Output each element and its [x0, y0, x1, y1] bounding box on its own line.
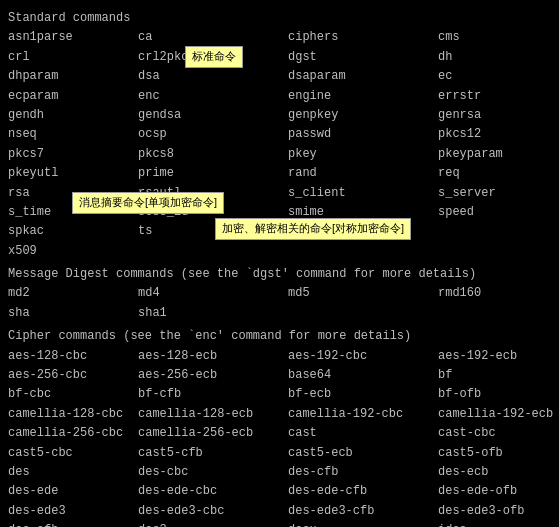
cmd-desx: desx — [288, 522, 438, 527]
cmd-dgst: dgst — [288, 49, 438, 66]
standard-row-1: crl crl2pkcs7 dgst dh — [8, 49, 551, 66]
cmd-ca: ca — [138, 29, 288, 46]
cmd-cast5-ecb: cast5-ecb — [288, 445, 438, 462]
cmd-des-ede-cbc: des-ede-cbc — [138, 483, 288, 500]
cmd-aes-256-cbc: aes-256-cbc — [8, 367, 138, 384]
cmd-des-ofb: des-ofb — [8, 522, 138, 527]
cmd-crl: crl — [8, 49, 138, 66]
cmd-des-ede-cfb: des-ede-cfb — [288, 483, 438, 500]
cmd-req: req — [438, 165, 559, 182]
cipher-row-2: bf-cbc bf-cfb bf-ecb bf-ofb — [8, 386, 551, 403]
cmd-des-ede-ofb: des-ede-ofb — [438, 483, 559, 500]
cmd-cms: cms — [438, 29, 559, 46]
cmd-aes-128-ecb: aes-128-ecb — [138, 348, 288, 365]
cmd-sha: sha — [8, 305, 138, 322]
cipher-row-0: aes-128-cbc aes-128-ecb aes-192-cbc aes-… — [8, 348, 551, 365]
cmd-bf-cbc: bf-cbc — [8, 386, 138, 403]
digest-row-1: sha sha1 — [8, 305, 551, 322]
cmd-camellia-192-cbc: camellia-192-cbc — [288, 406, 438, 423]
cmd-dsaparam: dsaparam — [288, 68, 438, 85]
cmd-des-ede: des-ede — [8, 483, 138, 500]
cmd-asn1parse: asn1parse — [8, 29, 138, 46]
cmd-gendh: gendh — [8, 107, 138, 124]
cmd-empty5 — [288, 305, 438, 322]
digest-section: Message Digest commands (see the `dgst' … — [8, 266, 551, 322]
standard-row-3: ecparam enc engine errstr — [8, 88, 551, 105]
cmd-bf-ofb: bf-ofb — [438, 386, 559, 403]
cmd-cast-cbc: cast-cbc — [438, 425, 559, 442]
cmd-empty4 — [438, 243, 559, 260]
cmd-ciphers: ciphers — [288, 29, 438, 46]
cmd-md5: md5 — [288, 285, 438, 302]
cmd-dhparam: dhparam — [8, 68, 138, 85]
cmd-ecparam: ecparam — [8, 88, 138, 105]
cmd-cast5-cfb: cast5-cfb — [138, 445, 288, 462]
cmd-des-ede3: des-ede3 — [8, 503, 138, 520]
cmd-des-ede3-cfb: des-ede3-cfb — [288, 503, 438, 520]
cmd-speed: speed — [438, 204, 559, 221]
cmd-rmd160: rmd160 — [438, 285, 559, 302]
cmd-spkac: spkac — [8, 223, 138, 240]
cmd-cast: cast — [288, 425, 438, 442]
standard-row-11: x509 — [8, 243, 551, 260]
cmd-nseq: nseq — [8, 126, 138, 143]
cmd-camellia-192-ecb: camellia-192-ecb — [438, 406, 559, 423]
cmd-empty2 — [138, 243, 288, 260]
cmd-errstr: errstr — [438, 88, 559, 105]
cmd-camellia-128-cbc: camellia-128-cbc — [8, 406, 138, 423]
cmd-cast5-cbc: cast5-cbc — [8, 445, 138, 462]
cmd-rand: rand — [288, 165, 438, 182]
standard-row-7: pkeyutl prime rand req — [8, 165, 551, 182]
standard-row-4: gendh gendsa genpkey genrsa — [8, 107, 551, 124]
cmd-des3: des3 — [138, 522, 288, 527]
cmd-base64: base64 — [288, 367, 438, 384]
cipher-row-6: des des-cbc des-cfb des-ecb — [8, 464, 551, 481]
cmd-sha1: sha1 — [138, 305, 288, 322]
digest-row-0: md2 md4 md5 rmd160 — [8, 285, 551, 302]
cmd-pkeyparam: pkeyparam — [438, 146, 559, 163]
cmd-passwd: passwd — [288, 126, 438, 143]
cipher-row-7: des-ede des-ede-cbc des-ede-cfb des-ede-… — [8, 483, 551, 500]
cmd-gendsa: gendsa — [138, 107, 288, 124]
standard-row-2: dhparam dsa dsaparam ec — [8, 68, 551, 85]
annotation-cipher: 加密、解密相关的命令[对称加密命令] — [215, 218, 411, 240]
cmd-des-cbc: des-cbc — [138, 464, 288, 481]
digest-header: Message Digest commands (see the `dgst' … — [8, 266, 551, 283]
cmd-dh: dh — [438, 49, 559, 66]
cmd-des-ede3-cbc: des-ede3-cbc — [138, 503, 288, 520]
cmd-pkcs12: pkcs12 — [438, 126, 559, 143]
cmd-dsa: dsa — [138, 68, 288, 85]
cmd-empty6 — [438, 305, 559, 322]
cmd-ocsp: ocsp — [138, 126, 288, 143]
cmd-s_server: s_server — [438, 185, 559, 202]
cmd-camellia-128-ecb: camellia-128-ecb — [138, 406, 288, 423]
cmd-pkcs8: pkcs8 — [138, 146, 288, 163]
cmd-aes-192-cbc: aes-192-cbc — [288, 348, 438, 365]
cmd-pkcs7: pkcs7 — [8, 146, 138, 163]
cmd-des-ecb: des-ecb — [438, 464, 559, 481]
cmd-ec: ec — [438, 68, 559, 85]
cipher-row-3: camellia-128-cbc camellia-128-ecb camell… — [8, 406, 551, 423]
cmd-x509: x509 — [8, 243, 138, 260]
annotation-standard: 标准命令 — [185, 46, 243, 68]
cmd-cast5-ofb: cast5-ofb — [438, 445, 559, 462]
cmd-s_client: s_client — [288, 185, 438, 202]
cmd-aes-128-cbc: aes-128-cbc — [8, 348, 138, 365]
cipher-row-9: des-ofb des3 desx idea — [8, 522, 551, 527]
cmd-bf-ecb: bf-ecb — [288, 386, 438, 403]
cmd-empty1 — [438, 223, 559, 240]
cipher-section: Cipher commands (see the `enc' command f… — [8, 328, 551, 527]
annotation-digest: 消息摘要命令[单项加密命令] — [72, 192, 224, 214]
standard-row-6: pkcs7 pkcs8 pkey pkeyparam — [8, 146, 551, 163]
cmd-camellia-256-cbc: camellia-256-cbc — [8, 425, 138, 442]
standard-row-0: asn1parse ca ciphers cms — [8, 29, 551, 46]
cmd-pkey: pkey — [288, 146, 438, 163]
cmd-des-cfb: des-cfb — [288, 464, 438, 481]
cmd-genrsa: genrsa — [438, 107, 559, 124]
cipher-row-5: cast5-cbc cast5-cfb cast5-ecb cast5-ofb — [8, 445, 551, 462]
cmd-des: des — [8, 464, 138, 481]
cipher-row-4: camellia-256-cbc camellia-256-ecb cast c… — [8, 425, 551, 442]
cmd-genpkey: genpkey — [288, 107, 438, 124]
cmd-bf: bf — [438, 367, 559, 384]
cmd-idea: idea — [438, 522, 559, 527]
